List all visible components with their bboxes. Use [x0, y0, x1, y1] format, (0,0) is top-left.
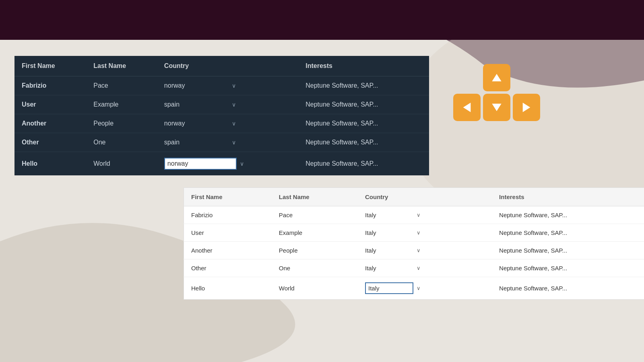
dark-cell-country[interactable]: ∨	[157, 152, 298, 176]
light-cell-country[interactable]: ∨	[358, 206, 492, 224]
dark-cell-lastname: Example	[86, 95, 157, 114]
light-cell-country[interactable]: ∨	[358, 277, 492, 300]
dark-country-input[interactable]	[164, 101, 229, 108]
dark-cell-lastname: One	[86, 133, 157, 152]
main-content: First Name Last Name Country Interests F…	[0, 40, 644, 308]
light-table: First Name Last Name Country Interests F…	[184, 187, 644, 300]
light-cell-firstname: Hello	[184, 277, 272, 300]
dark-table-header-row: First Name Last Name Country Interests	[14, 56, 429, 76]
light-col-firstname: First Name	[184, 188, 272, 206]
dark-cell-firstname: Another	[14, 114, 86, 133]
dark-cell-interests: Neptune Software, SAP...	[298, 95, 429, 114]
dark-table-row: OtherOne∨Neptune Software, SAP...	[14, 133, 429, 152]
light-col-interests: Interests	[492, 188, 644, 206]
arrow-right-button[interactable]	[513, 94, 540, 121]
dark-table-section: First Name Last Name Country Interests F…	[14, 56, 630, 175]
light-cell-interests: Neptune Software, SAP...	[492, 277, 644, 300]
light-cell-country[interactable]: ∨	[358, 259, 492, 277]
dark-col-firstname: First Name	[14, 56, 86, 76]
dark-cell-firstname: Other	[14, 133, 86, 152]
dark-table-row: HelloWorld∨Neptune Software, SAP...	[14, 152, 429, 176]
dark-country-input[interactable]	[164, 139, 229, 146]
page-header	[0, 0, 644, 40]
light-cell-lastname: Pace	[272, 206, 358, 224]
dark-cell-firstname: User	[14, 95, 86, 114]
light-country-input[interactable]	[365, 229, 413, 236]
dark-country-input[interactable]	[164, 82, 229, 89]
dark-col-country: Country	[157, 56, 298, 76]
light-cell-lastname: One	[272, 259, 358, 277]
light-table-row: OtherOne∨Neptune Software, SAP...	[184, 259, 644, 277]
dark-cell-interests: Neptune Software, SAP...	[298, 152, 429, 176]
chevron-down-icon[interactable]: ∨	[417, 247, 421, 253]
light-table-header-row: First Name Last Name Country Interests	[184, 188, 644, 206]
svg-marker-4	[523, 103, 530, 112]
dark-cell-interests: Neptune Software, SAP...	[298, 76, 429, 95]
light-cell-firstname: Another	[184, 242, 272, 259]
dark-cell-interests: Neptune Software, SAP...	[298, 133, 429, 152]
svg-marker-1	[492, 74, 501, 82]
light-cell-interests: Neptune Software, SAP...	[492, 242, 644, 259]
light-country-input[interactable]	[365, 282, 413, 294]
arrow-left-button[interactable]	[453, 94, 481, 121]
light-col-lastname: Last Name	[272, 188, 358, 206]
dark-table-row: FabrizioPace∨Neptune Software, SAP...	[14, 76, 429, 95]
dark-cell-country[interactable]: ∨	[157, 76, 298, 95]
light-cell-firstname: Other	[184, 259, 272, 277]
chevron-down-icon[interactable]: ∨	[240, 160, 244, 167]
light-cell-interests: Neptune Software, SAP...	[492, 259, 644, 277]
light-col-country: Country	[358, 188, 492, 206]
chevron-down-icon[interactable]: ∨	[232, 120, 236, 127]
dark-cell-firstname: Fabrizio	[14, 76, 86, 95]
svg-marker-2	[463, 103, 471, 112]
light-table-row: AnotherPeople∨Neptune Software, SAP...	[184, 242, 644, 259]
arrow-middle-row	[453, 94, 540, 121]
dark-table-row: UserExample∨Neptune Software, SAP...	[14, 95, 429, 114]
dark-table-row: AnotherPeople∨Neptune Software, SAP...	[14, 114, 429, 133]
arrow-buttons-group	[453, 64, 540, 121]
chevron-down-icon[interactable]: ∨	[417, 285, 421, 291]
chevron-down-icon[interactable]: ∨	[417, 265, 421, 271]
light-cell-interests: Neptune Software, SAP...	[492, 224, 644, 242]
light-cell-country[interactable]: ∨	[358, 242, 492, 259]
arrow-up-button[interactable]	[483, 64, 510, 91]
light-cell-lastname: People	[272, 242, 358, 259]
chevron-down-icon[interactable]: ∨	[232, 82, 236, 89]
arrow-up-row	[483, 64, 510, 91]
chevron-down-icon[interactable]: ∨	[232, 139, 236, 146]
dark-country-input[interactable]	[164, 120, 229, 127]
light-cell-firstname: User	[184, 224, 272, 242]
arrow-down-button[interactable]	[483, 94, 510, 121]
dark-cell-firstname: Hello	[14, 152, 86, 176]
dark-country-input[interactable]	[164, 158, 237, 170]
dark-cell-lastname: People	[86, 114, 157, 133]
light-table-row: HelloWorld∨Neptune Software, SAP...	[184, 277, 644, 300]
dark-table: First Name Last Name Country Interests F…	[14, 56, 429, 175]
light-country-input[interactable]	[365, 265, 413, 272]
light-cell-interests: Neptune Software, SAP...	[492, 206, 644, 224]
light-cell-firstname: Fabrizio	[184, 206, 272, 224]
dark-cell-country[interactable]: ∨	[157, 133, 298, 152]
light-cell-lastname: World	[272, 277, 358, 300]
dark-cell-country[interactable]: ∨	[157, 95, 298, 114]
svg-marker-3	[492, 104, 501, 111]
dark-col-interests: Interests	[298, 56, 429, 76]
light-table-row: FabrizioPace∨Neptune Software, SAP...	[184, 206, 644, 224]
dark-cell-lastname: Pace	[86, 76, 157, 95]
dark-cell-lastname: World	[86, 152, 157, 176]
dark-cell-country[interactable]: ∨	[157, 114, 298, 133]
light-table-row: UserExample∨Neptune Software, SAP...	[184, 224, 644, 242]
dark-cell-interests: Neptune Software, SAP...	[298, 114, 429, 133]
dark-col-lastname: Last Name	[86, 56, 157, 76]
light-table-section: First Name Last Name Country Interests F…	[184, 187, 630, 300]
light-country-input[interactable]	[365, 247, 413, 254]
chevron-down-icon[interactable]: ∨	[417, 212, 421, 218]
light-cell-country[interactable]: ∨	[358, 224, 492, 242]
light-cell-lastname: Example	[272, 224, 358, 242]
chevron-down-icon[interactable]: ∨	[417, 230, 421, 236]
light-country-input[interactable]	[365, 212, 413, 218]
page-title	[14, 11, 630, 29]
chevron-down-icon[interactable]: ∨	[232, 101, 236, 108]
